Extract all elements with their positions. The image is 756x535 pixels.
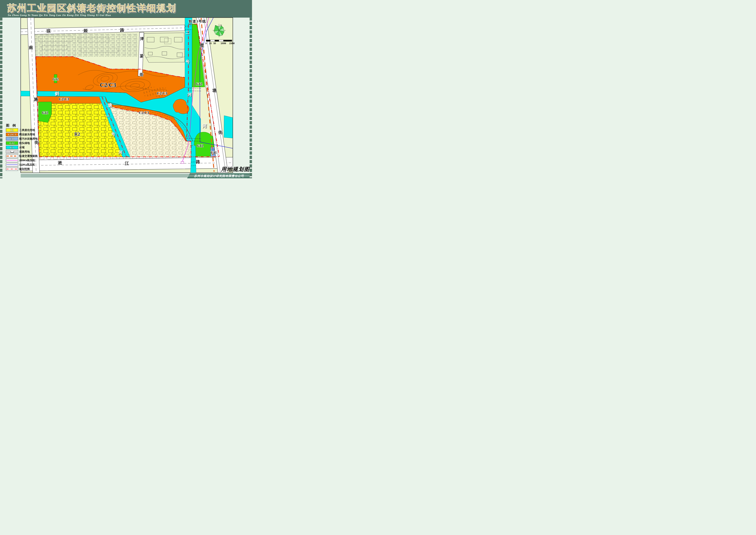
svg-text:商业娱乐用地: 商业娱乐用地: [19, 133, 35, 136]
svg-text:雨污水设施用地: 雨污水设施用地: [19, 137, 38, 140]
right-checker-border: [250, 18, 252, 178]
svg-text:号: 号: [111, 132, 115, 136]
svg-text:街头绿地: 街头绿地: [19, 142, 30, 145]
pylon-symbol: [181, 161, 184, 163]
svg-text:G12: G12: [10, 142, 14, 145]
svg-text:塘: 塘: [107, 103, 112, 108]
zone-label-r2: R2: [74, 131, 80, 136]
svg-text:100M: 100M: [221, 42, 226, 45]
page-subtitle-pinyin: Su Zhou Gong Ye Yuan Qu Xie Tang Lao Jie…: [8, 14, 111, 16]
svg-text:琼: 琼: [46, 29, 51, 33]
svg-text:塘: 塘: [212, 88, 217, 93]
svg-text:二类居住用地: 二类居住用地: [19, 128, 35, 131]
zone-label-c2c3-2: C2/C3: [59, 97, 69, 101]
area-residential-nw: [34, 34, 138, 57]
page-title: 苏州工业园区斜塘老街控制性详细规划: [7, 3, 176, 13]
svg-text:路: 路: [120, 28, 124, 32]
svg-text:江: 江: [125, 161, 129, 166]
zone-label-g12-3: G12: [196, 82, 202, 86]
header-band: 苏州工业园区斜塘老街控制性详细规划 苏州工业园区斜塘老街控制性详细规划 Su Z…: [0, 0, 252, 18]
planning-map-page: 苏州工业园区斜塘老街控制性详细规划 苏州工业园区斜塘老街控制性详细规划 Su Z…: [0, 0, 252, 178]
water-canal2-south: [191, 145, 196, 173]
zone-label-u41: U41: [211, 151, 217, 155]
zone-label-g12-1: G12: [53, 77, 59, 81]
rail-line-label: 轨道3号线: [188, 19, 206, 23]
svg-text:C2/C3: C2/C3: [8, 133, 16, 136]
svg-text:规划范围: 规划范围: [19, 168, 30, 170]
svg-text:二: 二: [186, 30, 190, 35]
svg-text:南: 南: [29, 45, 33, 50]
svg-text:施: 施: [34, 97, 38, 101]
company-name: 苏州市规划设计研究院有限责任公司: [194, 174, 244, 178]
svg-text:河: 河: [118, 150, 122, 155]
zone-label-g12-2: G12: [42, 111, 48, 115]
legend-title: 图 例: [6, 124, 17, 127]
zone-label-c2c3-3: C2/C3: [157, 91, 167, 96]
svg-text:50: 50: [213, 42, 216, 45]
svg-text:街: 街: [218, 130, 223, 135]
svg-text:R2: R2: [10, 128, 14, 132]
svg-text:150M: 150M: [229, 42, 234, 45]
svg-text:轨道交通预留线: 轨道交通预留线: [19, 155, 38, 157]
svg-text:220Kv高压线: 220Kv高压线: [19, 159, 35, 162]
svg-text:津: 津: [140, 37, 144, 41]
svg-text:25: 25: [209, 42, 212, 45]
svg-text:路: 路: [196, 159, 200, 164]
svg-text:0: 0: [205, 42, 207, 45]
svg-text:河: 河: [187, 92, 192, 97]
left-checker-border: [0, 18, 2, 178]
svg-text:斜: 斜: [55, 91, 59, 96]
map-sheet-title: 用地规划图: [221, 166, 250, 172]
svg-text:河: 河: [202, 124, 207, 128]
svg-text:星: 星: [200, 43, 204, 48]
zone-label-c2c3-4: C2/C3: [139, 111, 149, 115]
svg-text:姬: 姬: [83, 28, 88, 33]
svg-text:街: 街: [34, 140, 39, 145]
zone-label-c2c3-1: C2/C3: [100, 82, 116, 88]
zone-label-g12-4: G12: [197, 144, 203, 148]
svg-text:号: 号: [185, 59, 190, 64]
svg-text:梁: 梁: [140, 54, 144, 58]
svg-text:淞: 淞: [58, 160, 62, 165]
svg-text:E1: E1: [11, 146, 14, 149]
water-east-of-road: [224, 116, 232, 138]
svg-text:水域: 水域: [19, 146, 25, 149]
svg-text:街: 街: [140, 72, 144, 77]
compass-north-label: N: [220, 24, 222, 26]
map-canvas: 苏州工业园区斜塘老街控制性详细规划 苏州工业园区斜塘老街控制性详细规划 Su Z…: [0, 0, 252, 178]
svg-text:一: 一: [105, 114, 109, 119]
svg-text:110Kv高压线: 110Kv高压线: [19, 163, 35, 166]
svg-text:U41: U41: [10, 137, 14, 140]
svg-text:道路用地: 道路用地: [19, 150, 30, 153]
